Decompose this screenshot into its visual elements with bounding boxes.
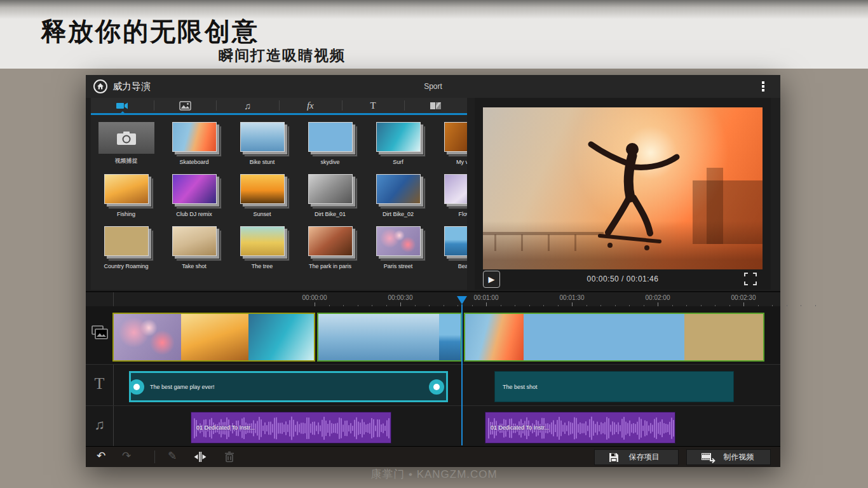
library-item[interactable]: Take shot: [160, 221, 228, 273]
library-item[interactable]: Country Roaming: [92, 221, 160, 273]
floppy-disk-icon: [609, 452, 619, 463]
library-item[interactable]: My vide: [432, 117, 467, 169]
preview-screen[interactable]: [483, 107, 763, 269]
thumbnail: [444, 174, 468, 204]
audio-track-icon: ♫: [86, 417, 113, 433]
ruler-label: 00:00:00: [302, 294, 327, 301]
library-item-label: 视频捕捉: [92, 157, 160, 165]
audio-clip[interactable]: 01 Dedicated To Instr...: [485, 412, 675, 444]
thumbnail: [240, 174, 285, 204]
library-item[interactable]: Club DJ remix: [160, 169, 228, 221]
video-camera-icon: [116, 100, 128, 111]
home-icon[interactable]: [93, 79, 107, 93]
library-item[interactable]: Surf: [364, 117, 432, 169]
split-icon[interactable]: [193, 451, 208, 466]
trim-handle-left[interactable]: [129, 379, 144, 395]
ruler-label: 00:01:00: [474, 294, 499, 301]
library-item-label: Flowe: [432, 211, 467, 217]
library-tabbar: ♫ fx T: [91, 98, 467, 115]
thumbnail: [104, 174, 149, 204]
project-name: Sport: [424, 82, 442, 91]
produce-video-button[interactable]: 制作视频: [686, 449, 771, 465]
library-item-label: Country Roaming: [92, 263, 160, 269]
library-item[interactable]: Paris street: [364, 221, 432, 273]
library-item-label: The park in paris: [296, 263, 364, 269]
tab-photos[interactable]: [154, 98, 217, 113]
library-item-label: Bike stunt: [228, 159, 296, 165]
transition-icon: [430, 101, 442, 111]
video-track: [86, 306, 780, 365]
video-capture-tile[interactable]: [98, 122, 154, 154]
thumbnail-stack: [172, 174, 217, 204]
save-project-button[interactable]: 保存项目: [594, 449, 679, 465]
library-item[interactable]: Skateboard: [160, 117, 228, 169]
media-library-panel: ♫ fx T 视频捕捉SkateboardBike stuntskydiveSu…: [91, 98, 467, 290]
preview-controls: ▶ 00:00:50 / 00:01:46: [475, 269, 771, 290]
trash-icon[interactable]: [222, 451, 237, 466]
tab-titles[interactable]: T: [342, 98, 405, 113]
title-track: T The best game play ever!The best shot: [86, 365, 780, 406]
ruler-tick: [815, 305, 816, 306]
app-title: 威力导演: [112, 81, 151, 93]
thumbnail: [104, 226, 149, 256]
thumbnail: [376, 174, 421, 204]
thumbnail: [240, 226, 285, 256]
thumbnail: [172, 226, 217, 256]
fx-icon: fx: [307, 100, 314, 111]
timeline-ruler[interactable]: 00:00:0000:00:3000:01:0000:01:3000:02:00…: [86, 292, 780, 306]
ruler-label: 00:02:30: [731, 294, 756, 301]
trim-handle-right[interactable]: [429, 379, 444, 395]
clip-thumbnail: [684, 314, 764, 360]
title-clip-label: The best game play ever!: [150, 384, 215, 390]
tab-effects[interactable]: fx: [279, 98, 342, 113]
edit-pencil-icon[interactable]: ✎: [165, 449, 180, 463]
fullscreen-icon[interactable]: [743, 271, 758, 287]
library-item[interactable]: Dirt Bike_01: [296, 169, 364, 221]
playhead-handle[interactable]: [457, 296, 467, 304]
page: 释放你的无限创意 瞬间打造吸睛视频 威力导演 Sport: [0, 0, 868, 488]
preview-ground-shade: [483, 221, 763, 270]
title-clip[interactable]: The best shot: [494, 371, 734, 402]
title-track-icon: T: [86, 374, 113, 393]
clip-thumbnail: [248, 314, 315, 360]
thumbnail-stack: [308, 174, 353, 204]
library-item-label: Skateboard: [160, 159, 228, 165]
library-item[interactable]: Bike stunt: [228, 117, 296, 169]
audio-clip[interactable]: 01 Dedicated To Instr...: [191, 412, 391, 444]
timeline: 00:00:0000:00:3000:01:0000:01:3000:02:00…: [86, 291, 780, 446]
tab-music[interactable]: ♫: [216, 98, 279, 113]
library-item[interactable]: Dirt Bike_02: [364, 169, 432, 221]
undo-icon[interactable]: ↶: [93, 449, 109, 463]
library-item[interactable]: skydive: [296, 117, 364, 169]
produce-video-label: 制作视频: [716, 452, 761, 463]
library-item-label: Dirt Bike_02: [364, 211, 432, 217]
library-item-label: skydive: [296, 159, 364, 165]
library-item[interactable]: Fishing: [92, 169, 160, 221]
video-clip[interactable]: [112, 313, 315, 362]
thumbnail-stack: [308, 122, 353, 152]
redo-icon[interactable]: ↷: [119, 449, 134, 463]
tab-videos[interactable]: [91, 98, 154, 113]
library-item[interactable]: Sunset: [228, 169, 296, 221]
thumbnail-stack: [104, 174, 149, 204]
tab-transitions[interactable]: [404, 98, 467, 113]
playhead-line: [461, 304, 463, 445]
library-item-label: The tree: [228, 263, 296, 269]
library-item[interactable]: Flowe: [432, 169, 467, 221]
library-item[interactable]: The tree: [228, 221, 296, 273]
thumbnail: [444, 226, 468, 256]
library-item[interactable]: 视频捕捉: [92, 117, 160, 169]
time-display: 00:00:50 / 00:01:46: [475, 274, 771, 283]
library-item-label: Paris street: [364, 263, 432, 269]
banner: 释放你的无限创意 瞬间打造吸睛视频: [0, 0, 868, 69]
clip-thumbnail: [439, 314, 462, 360]
clip-thumbnail: [524, 314, 604, 360]
title-clip[interactable]: The best game play ever!: [129, 371, 448, 402]
video-clip[interactable]: [317, 313, 462, 362]
library-item[interactable]: The park in paris: [296, 221, 364, 273]
video-clip[interactable]: [464, 313, 764, 362]
kebab-menu-icon[interactable]: [759, 80, 768, 94]
ruler-label: 00:02:00: [646, 294, 670, 301]
library-item[interactable]: Beach: [432, 221, 467, 273]
clip-thumbnail: [114, 314, 181, 360]
